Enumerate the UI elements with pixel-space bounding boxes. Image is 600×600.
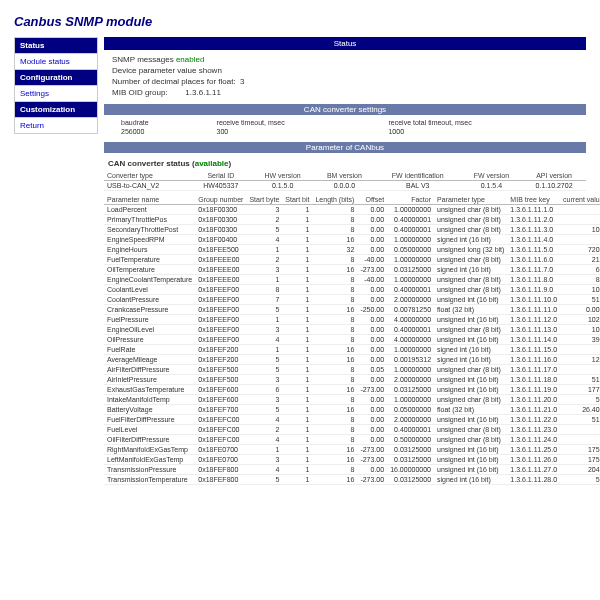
snmp-status: enabled — [176, 55, 204, 64]
table-row: LeftManifoldExGasTemp0x18FE07003116-273.… — [104, 455, 600, 465]
table-row: SecondaryThrottlePost0x18F003005180.000.… — [104, 225, 600, 235]
page-title: Canbus SNMP module — [14, 14, 586, 29]
table-row: FuelTemperature0x18FEEE00218-40.001.0000… — [104, 255, 600, 265]
snmp-row: SNMP messages enabled — [104, 54, 586, 65]
device-row: Device parameter value shown — [104, 65, 586, 76]
table-row: AirInletPressure0x18FEF5003180.002.00000… — [104, 375, 600, 385]
table-row: CoolantLevel0x18FEEF008180.000.40000001u… — [104, 285, 600, 295]
sidebar-item-5[interactable]: Return — [14, 117, 98, 134]
table-row: EngineSpeedRPM0x18F0040041160.001.000000… — [104, 235, 600, 245]
table-row: AirFilterDiffPressure0x18FEF5005180.051.… — [104, 365, 600, 375]
table-row: FuelLevel0x18FEFC002180.000.40000001unsi… — [104, 425, 600, 435]
table-row: EngineOilLevel0x18FEEF003180.000.4000000… — [104, 325, 600, 335]
table-row: PrimaryThrottlePos0x18F003002180.000.400… — [104, 215, 600, 225]
table-row: FuelPressure0x18FEEF001180.004.00000000u… — [104, 315, 600, 325]
table-row: FuelFilterDiffPressure0x18FEFC004180.002… — [104, 415, 600, 425]
sidebar-item-0: Status — [14, 37, 98, 54]
sidebar-item-2: Configuration — [14, 69, 98, 86]
sidebar-item-1[interactable]: Module status — [14, 53, 98, 70]
mib-row: MIB OID group: 1.3.6.1.11 — [104, 87, 586, 98]
converter-status-title: CAN converter status (available) — [104, 156, 586, 171]
table-row: OilFilterDiffPressure0x18FEFC004180.000.… — [104, 435, 600, 445]
table-row: EngineCoolantTemperature0x18FEEE00118-40… — [104, 275, 600, 285]
sidebar-item-4: Customization — [14, 101, 98, 118]
status-header: Status — [104, 37, 586, 50]
converter-table: Converter typeSerial IDHW versionBM vers… — [104, 171, 586, 191]
table-row: TransmissionTemperature0x18FEF8005116-27… — [104, 475, 600, 485]
can-converter-header: CAN converter settings — [104, 104, 586, 115]
sidebar: StatusModule statusConfigurationSettings… — [14, 37, 98, 485]
table-row: TransmissionPressure0x18FEF8004180.0016.… — [104, 465, 600, 475]
table-row: FuelRate0x18FEF20011160.001.00000000sign… — [104, 345, 600, 355]
content: Status SNMP messages enabled Device para… — [104, 37, 586, 485]
table-row: IntakeManifoldTemp0x18FEF6003180.001.000… — [104, 395, 600, 405]
table-row: ExhaustGasTemperature0x18FEF6006116-273.… — [104, 385, 600, 395]
param-table: Parameter nameGroup numberStart byteStar… — [104, 195, 600, 485]
table-row: CoolantPressure0x18FEEF007180.002.000000… — [104, 295, 600, 305]
table-row: CrankcasePressure0x18FEEF005116-250.000.… — [104, 305, 600, 315]
conv-settings-table: baudratereceive timeout, msecreceive tot… — [118, 118, 586, 136]
param-header: Parameter of CANbus — [104, 142, 586, 153]
table-row: OilTemperature0x18FEEE003116-273.000.031… — [104, 265, 600, 275]
table-row: AverageMileage0x18FEF20051160.000.001953… — [104, 355, 600, 365]
table-row: RightManifoldExGasTemp0x18FE07001116-273… — [104, 445, 600, 455]
decimal-row: Number of decimal places for float: 3 — [104, 76, 586, 87]
sidebar-item-3[interactable]: Settings — [14, 85, 98, 102]
table-row: EngineHours0x18FEE50011320.000.05000000u… — [104, 245, 600, 255]
table-row: BatteryVoltage0x18FEF70051160.000.050000… — [104, 405, 600, 415]
table-row: OilPressure0x18FEEF004180.004.00000000un… — [104, 335, 600, 345]
table-row: LoadPercent0x18F003003180.001.00000000un… — [104, 205, 600, 215]
